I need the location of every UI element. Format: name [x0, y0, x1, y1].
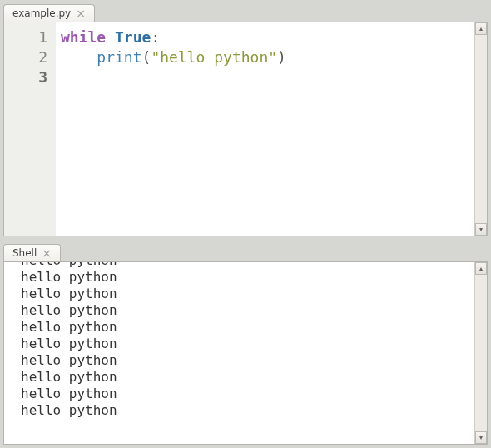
scroll-up-button[interactable]: ▴ [475, 262, 487, 275]
shell-output-line: hello python [21, 262, 469, 269]
shell-tab-label: Shell [12, 247, 37, 259]
chevron-up-icon: ▴ [479, 265, 483, 272]
scrollbar-track[interactable] [475, 35, 487, 223]
scroll-down-button[interactable]: ▾ [475, 223, 487, 236]
editor-tab-label: example.py [12, 7, 71, 19]
token-paren-close: ) [277, 48, 286, 66]
gutter-line-number: 3 [4, 67, 47, 87]
editor-scrollbar[interactable]: ▴ ▾ [474, 22, 487, 236]
shell-output-line: hello python [21, 319, 469, 336]
token-builtin: print [97, 48, 141, 66]
token-colon: : [151, 28, 160, 46]
shell-content[interactable]: hello pythonhello pythonhello pythonhell… [4, 262, 474, 444]
chevron-up-icon: ▴ [479, 25, 483, 32]
shell-viewport: hello pythonhello pythonhello pythonhell… [3, 261, 488, 445]
shell-output-line: hello python [21, 402, 469, 419]
shell-output-line: hello python [21, 302, 469, 319]
editor-pane: example.py × 123 while True: print("hell… [0, 0, 491, 240]
code-line-2: print("hello python") [61, 47, 469, 67]
chevron-down-icon: ▾ [479, 226, 483, 233]
shell-pane: Shell × hello pythonhello pythonhello py… [0, 240, 491, 448]
editor-tab[interactable]: example.py × [3, 4, 95, 22]
code-line-1: while True: [61, 27, 469, 47]
chevron-down-icon: ▾ [479, 434, 483, 441]
shell-output-line: hello python [21, 269, 469, 286]
gutter-line-number: 2 [4, 47, 47, 67]
shell-tab[interactable]: Shell × [3, 244, 61, 261]
close-icon[interactable]: × [40, 247, 53, 259]
shell-tab-bar: Shell × [0, 240, 491, 261]
editor-viewport: 123 while True: print("hello python") ▴ … [3, 22, 488, 236]
close-icon[interactable]: × [74, 7, 87, 19]
token-paren-open: ( [142, 48, 151, 66]
token-keyword: while [61, 28, 106, 46]
shell-output-line: hello python [21, 336, 469, 352]
shell-scrollbar[interactable]: ▴ ▾ [474, 262, 487, 444]
token-string: "hello python" [151, 48, 277, 66]
scroll-down-button[interactable]: ▾ [475, 431, 487, 444]
gutter-line-number: 1 [4, 27, 47, 47]
shell-output-line: hello python [21, 369, 469, 386]
editor-tab-bar: example.py × [0, 0, 491, 22]
shell-output-line: hello python [21, 386, 469, 402]
editor-gutter: 123 [4, 22, 56, 236]
token-bool: True [115, 28, 151, 46]
shell-output-line: hello python [21, 352, 469, 369]
scrollbar-track[interactable] [475, 275, 487, 431]
shell-output-line: hello python [21, 286, 469, 302]
scroll-up-button[interactable]: ▴ [475, 22, 487, 35]
editor-content[interactable]: while True: print("hello python") [56, 22, 474, 236]
